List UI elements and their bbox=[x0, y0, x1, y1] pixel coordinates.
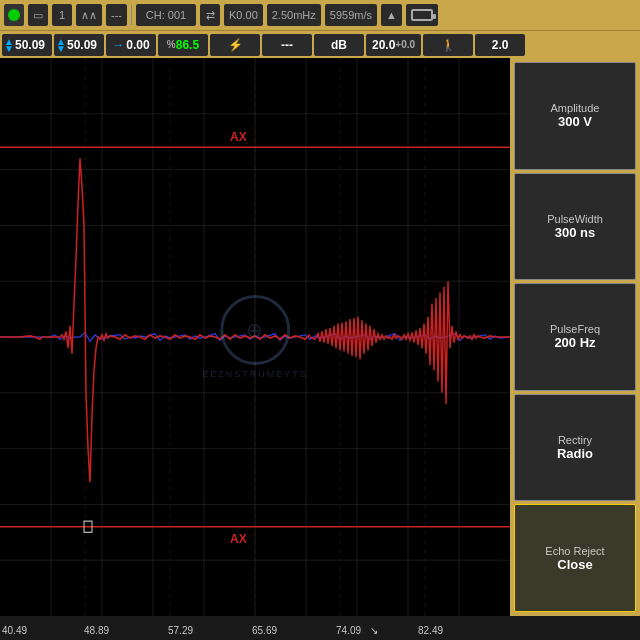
amplitude-param[interactable]: Amplitude 300 V bbox=[514, 62, 636, 170]
green-led bbox=[8, 9, 20, 21]
echoreject-param[interactable]: Echo Reject Close bbox=[514, 504, 636, 612]
rectiry-param[interactable]: Rectiry Radio bbox=[514, 394, 636, 502]
k-value: K0.00 bbox=[224, 4, 263, 26]
db-label: dB bbox=[314, 34, 364, 56]
echoreject-value: Close bbox=[557, 557, 592, 572]
val1-text: 50.09 bbox=[15, 38, 45, 52]
freq-value: 2.50mHz bbox=[267, 4, 321, 26]
down-arrow1: ▼ bbox=[4, 43, 14, 54]
pulsefreq-param[interactable]: PulseFreq 200 Hz bbox=[514, 283, 636, 391]
dash2-display: --- bbox=[262, 34, 312, 56]
db-offset-text: +0.0 bbox=[395, 39, 415, 50]
pct-display: % 86.5 bbox=[158, 34, 208, 56]
second-toolbar: ▲ 50.09 ▼ ▲ 50.09 ▼ → 0.00 % 86.5 ⚡ --- … bbox=[0, 30, 640, 58]
x-label-3: 65.69 bbox=[252, 625, 277, 636]
main-area: AX AX ⊕ EEZNSTRUMEYTS Amplitude 300 V bbox=[0, 58, 640, 616]
pulsefreq-value: 200 Hz bbox=[554, 335, 595, 350]
dash-indicator: --- bbox=[106, 4, 127, 26]
rectiry-value: Radio bbox=[557, 446, 593, 461]
x-label-0: 40.49 bbox=[2, 625, 27, 636]
amplitude-label: Amplitude bbox=[551, 102, 600, 114]
triangle-icon: ▲ bbox=[381, 4, 402, 26]
scope-display: AX AX ⊕ EEZNSTRUMEYTS bbox=[0, 58, 510, 616]
transfer-icon: ⇄ bbox=[200, 4, 220, 26]
right-panel: Amplitude 300 V PulseWidth 300 ns PulseF… bbox=[510, 58, 640, 616]
x-label-2: 57.29 bbox=[168, 625, 193, 636]
waveform-svg bbox=[0, 58, 510, 616]
val1-display: ▲ 50.09 ▼ bbox=[2, 34, 52, 56]
sep1 bbox=[131, 5, 132, 25]
pulsewidth-label: PulseWidth bbox=[547, 213, 603, 225]
pulsewidth-value: 300 ns bbox=[555, 225, 595, 240]
pulsefreq-label: PulseFreq bbox=[550, 323, 600, 335]
rectiry-label: Rectiry bbox=[558, 434, 592, 446]
val2-display: ▲ 50.09 ▼ bbox=[54, 34, 104, 56]
ch-label: CH: 001 bbox=[136, 4, 196, 26]
channel-num[interactable]: 1 bbox=[52, 4, 72, 26]
walk-val: 2.0 bbox=[475, 34, 525, 56]
top-toolbar: ▭ 1 ∧∧ --- CH: 001 ⇄ K0.00 2.50mHz 5959m… bbox=[0, 0, 640, 30]
x-axis: 40.49 48.89 57.29 65.69 74.09 82.49 ↘ bbox=[0, 616, 510, 640]
x-label-4: 74.09 bbox=[336, 625, 361, 636]
pulsewidth-param[interactable]: PulseWidth 300 ns bbox=[514, 173, 636, 281]
arrow-icon: ↘ bbox=[370, 625, 378, 636]
amp-icon: ⚡ bbox=[210, 34, 260, 56]
wave-icon: ∧∧ bbox=[76, 4, 102, 26]
battery-indicator bbox=[406, 4, 438, 26]
speed-value: 5959m/s bbox=[325, 4, 377, 26]
power-indicator bbox=[4, 4, 24, 26]
echoreject-label: Echo Reject bbox=[545, 545, 604, 557]
svg-rect-27 bbox=[84, 521, 92, 532]
x-label-1: 48.89 bbox=[84, 625, 109, 636]
val3-display: → 0.00 bbox=[106, 34, 156, 56]
battery-icon bbox=[411, 9, 433, 21]
val2-text: 50.09 bbox=[67, 38, 97, 52]
val3-text: 0.00 bbox=[126, 38, 149, 52]
down-arrow2: ▼ bbox=[56, 43, 66, 54]
amplitude-value: 300 V bbox=[558, 114, 592, 129]
screen-icon: ▭ bbox=[28, 4, 48, 26]
db-val-display: 20.0 +0.0 bbox=[366, 34, 421, 56]
walk-icon: 🚶 bbox=[423, 34, 473, 56]
x-label-5: 82.49 bbox=[418, 625, 443, 636]
dash2-text: --- bbox=[281, 38, 293, 52]
db-val-text: 20.0 bbox=[372, 38, 395, 52]
pct-text: 86.5 bbox=[176, 38, 199, 52]
